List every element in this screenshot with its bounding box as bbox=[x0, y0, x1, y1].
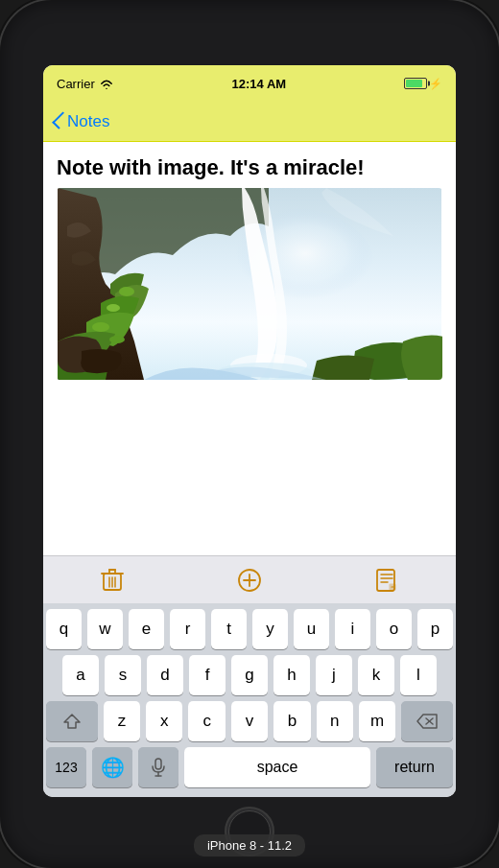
key-n[interactable]: n bbox=[317, 701, 353, 741]
key-h[interactable]: h bbox=[273, 655, 310, 695]
keyboard-row-3: z x c v b n m bbox=[43, 695, 456, 741]
plus-circle-icon bbox=[237, 568, 262, 593]
key-j[interactable]: j bbox=[316, 655, 352, 695]
note-image bbox=[57, 188, 442, 380]
status-bar: Carrier 12:14 AM ⚡ bbox=[43, 65, 456, 102]
key-i[interactable]: i bbox=[335, 609, 370, 649]
battery-indicator: ⚡ bbox=[404, 78, 442, 90]
globe-key[interactable]: 🌐 bbox=[92, 747, 132, 787]
phone-frame: Carrier 12:14 AM ⚡ Notes bbox=[0, 0, 499, 868]
key-l[interactable]: l bbox=[400, 655, 437, 695]
key-g[interactable]: g bbox=[231, 655, 268, 695]
svg-point-4 bbox=[92, 322, 109, 332]
mic-icon bbox=[152, 758, 165, 777]
svg-point-3 bbox=[107, 304, 120, 312]
numbers-key[interactable]: 123 bbox=[46, 747, 86, 787]
note-title[interactable]: Note with image. It's a miracle! bbox=[43, 142, 456, 188]
back-button[interactable]: Notes bbox=[55, 112, 109, 131]
charging-icon: ⚡ bbox=[429, 78, 442, 90]
back-label: Notes bbox=[67, 112, 109, 131]
svg-rect-27 bbox=[155, 759, 161, 769]
carrier-text: Carrier bbox=[57, 77, 114, 91]
svg-point-5 bbox=[109, 336, 125, 343]
add-button[interactable] bbox=[228, 559, 271, 601]
key-d[interactable]: d bbox=[147, 655, 183, 695]
delete-icon bbox=[416, 714, 438, 729]
toolbar bbox=[43, 555, 456, 603]
key-f[interactable]: f bbox=[189, 655, 226, 695]
shift-icon bbox=[63, 714, 81, 729]
device-label: iPhone 8 - 11.2 bbox=[194, 834, 305, 856]
shift-key[interactable] bbox=[46, 701, 98, 741]
keyboard: q w e r t y u i o p a s d f g h j k bbox=[43, 603, 456, 797]
key-b[interactable]: b bbox=[273, 701, 310, 741]
key-y[interactable]: y bbox=[252, 609, 288, 649]
key-a[interactable]: a bbox=[62, 655, 99, 695]
key-w[interactable]: w bbox=[87, 609, 123, 649]
compose-button[interactable] bbox=[366, 559, 408, 601]
nav-bar: Notes bbox=[43, 102, 456, 142]
key-r[interactable]: r bbox=[170, 609, 205, 649]
key-v[interactable]: v bbox=[231, 701, 268, 741]
status-time: 12:14 AM bbox=[232, 77, 287, 91]
waterfall-image bbox=[57, 188, 442, 380]
key-x[interactable]: x bbox=[146, 701, 182, 741]
return-key[interactable]: return bbox=[376, 747, 453, 787]
globe-icon: 🌐 bbox=[101, 756, 125, 779]
delete-key[interactable] bbox=[401, 701, 453, 741]
carrier-label: Carrier bbox=[57, 77, 95, 91]
key-z[interactable]: z bbox=[104, 701, 140, 741]
battery-fill bbox=[406, 80, 422, 87]
key-c[interactable]: c bbox=[188, 701, 225, 741]
note-content: Note with image. It's a miracle! bbox=[43, 142, 456, 555]
key-t[interactable]: t bbox=[211, 609, 247, 649]
space-key[interactable]: space bbox=[184, 747, 370, 787]
wifi-icon bbox=[99, 79, 114, 89]
trash-button[interactable] bbox=[91, 559, 133, 601]
key-p[interactable]: p bbox=[417, 609, 453, 649]
battery-icon bbox=[404, 78, 427, 89]
keyboard-row-2: a s d f g h j k l bbox=[43, 649, 456, 695]
keyboard-bottom-row: 123 🌐 space return bbox=[43, 741, 456, 797]
key-k[interactable]: k bbox=[358, 655, 394, 695]
svg-point-2 bbox=[119, 287, 134, 296]
keyboard-row-1: q w e r t y u i o p bbox=[43, 603, 456, 649]
compose-icon bbox=[374, 568, 399, 593]
trash-icon bbox=[101, 568, 124, 593]
key-o[interactable]: o bbox=[376, 609, 412, 649]
key-m[interactable]: m bbox=[359, 701, 395, 741]
key-q[interactable]: q bbox=[46, 609, 82, 649]
key-s[interactable]: s bbox=[105, 655, 141, 695]
microphone-key[interactable] bbox=[138, 747, 178, 787]
screen: Carrier 12:14 AM ⚡ Notes bbox=[43, 65, 456, 797]
key-u[interactable]: u bbox=[294, 609, 329, 649]
key-e[interactable]: e bbox=[129, 609, 164, 649]
